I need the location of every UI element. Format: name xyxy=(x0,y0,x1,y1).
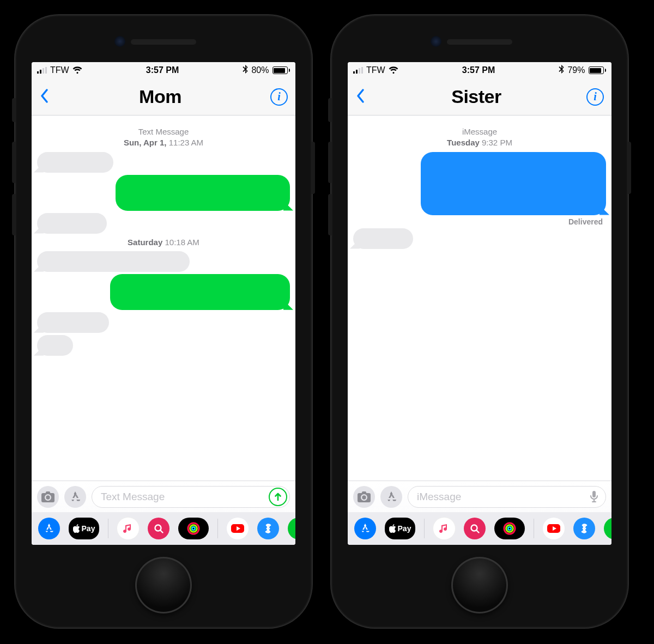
power-button[interactable] xyxy=(311,142,315,194)
message-bubble-received[interactable] xyxy=(353,228,413,249)
message-type-label: Text Message xyxy=(37,126,290,137)
date-bold: Saturday xyxy=(128,238,162,247)
power-button[interactable] xyxy=(627,142,631,194)
home-button[interactable] xyxy=(135,557,192,613)
more-apps-icon[interactable] xyxy=(288,518,295,539)
clock-label: 3:57 PM xyxy=(462,65,495,75)
send-button[interactable] xyxy=(269,488,287,506)
date-light: 9:32 PM xyxy=(482,138,512,147)
home-button[interactable] xyxy=(451,557,508,613)
clock-label: 3:57 PM xyxy=(146,65,179,75)
volume-up-button[interactable] xyxy=(12,142,16,183)
battery-icon xyxy=(589,66,607,74)
wifi-icon xyxy=(72,66,82,74)
proximity-sensor xyxy=(114,36,125,47)
status-bar: TFW 3:57 PM 80% xyxy=(32,62,295,78)
nav-header: Mom i xyxy=(32,78,295,116)
message-bubble-received[interactable] xyxy=(37,213,107,234)
date-bold: Tuesday xyxy=(447,138,480,147)
message-input-bar: iMessage xyxy=(348,481,611,512)
apple-pay-icon[interactable]: Pay xyxy=(385,518,415,539)
battery-percent-label: 79% xyxy=(567,65,585,75)
message-bubble-received[interactable] xyxy=(37,152,113,173)
proximity-sensor xyxy=(431,36,441,47)
more-apps-icon[interactable] xyxy=(604,518,611,539)
apple-pay-label: Pay xyxy=(82,524,95,533)
carrier-label: TFW xyxy=(366,65,385,75)
message-bubble-sent[interactable] xyxy=(110,274,290,310)
svg-point-8 xyxy=(506,525,513,532)
app-store-button[interactable] xyxy=(64,486,86,508)
activity-app-icon[interactable] xyxy=(178,518,209,539)
gif-search-app-icon[interactable] xyxy=(464,518,486,539)
volume-up-button[interactable] xyxy=(328,142,332,183)
timestamp-label: iMessage Tuesday 9:32 PM xyxy=(353,126,606,149)
dictation-button[interactable] xyxy=(585,488,603,506)
status-bar: TFW 3:57 PM 79% xyxy=(348,62,611,78)
shazam-app-icon[interactable] xyxy=(257,518,279,539)
date-bold: Sun, Apr 1, xyxy=(124,138,167,147)
message-bubble-sent[interactable] xyxy=(421,152,606,215)
volume-down-button[interactable] xyxy=(328,194,332,235)
back-button[interactable] xyxy=(39,88,50,106)
back-button[interactable] xyxy=(355,88,366,106)
mute-switch[interactable] xyxy=(12,98,16,122)
carrier-label: TFW xyxy=(50,65,69,75)
app-store-button[interactable] xyxy=(380,486,402,508)
message-input-bar: Text Message xyxy=(32,481,295,512)
conversation-title: Sister xyxy=(451,86,501,107)
apple-pay-icon[interactable]: Pay xyxy=(69,518,99,539)
svg-point-3 xyxy=(192,527,195,530)
imessage-app-store-icon[interactable] xyxy=(354,518,376,539)
shazam-app-icon[interactable] xyxy=(573,518,595,539)
signal-icon xyxy=(353,67,363,74)
date-light: 10:18 AM xyxy=(165,238,199,247)
svg-point-2 xyxy=(190,525,197,532)
imessage-app-drawer[interactable]: Pay xyxy=(32,512,295,545)
bluetooth-icon xyxy=(559,65,564,76)
drawer-divider xyxy=(217,519,218,538)
camera-button[interactable] xyxy=(37,486,59,508)
conversation-area[interactable]: Text Message Sun, Apr 1, 11:23 AM Saturd… xyxy=(32,116,295,481)
message-type-label: iMessage xyxy=(353,126,606,137)
battery-icon xyxy=(272,66,290,74)
earpiece-speaker xyxy=(447,39,512,45)
volume-down-button[interactable] xyxy=(12,194,16,235)
nav-header: Sister i xyxy=(348,78,611,116)
drawer-divider xyxy=(424,519,425,538)
message-placeholder: iMessage xyxy=(417,491,461,503)
info-glyph: i xyxy=(277,90,281,103)
timestamp-label: Saturday 10:18 AM xyxy=(37,237,290,248)
gif-search-app-icon[interactable] xyxy=(148,518,169,539)
wifi-icon xyxy=(389,66,398,74)
music-app-icon[interactable] xyxy=(433,518,455,539)
delivered-label: Delivered xyxy=(353,217,606,226)
music-app-icon[interactable] xyxy=(117,518,139,539)
iphone-device: TFW 3:57 PM 79% Sister i xyxy=(332,16,627,627)
mute-switch[interactable] xyxy=(328,98,332,122)
message-text-field[interactable]: Text Message xyxy=(92,486,290,508)
message-bubble-received[interactable] xyxy=(37,335,73,356)
message-text-field[interactable]: iMessage xyxy=(408,486,606,508)
timestamp-label: Text Message Sun, Apr 1, 11:23 AM xyxy=(37,126,290,149)
screen: TFW 3:57 PM 79% Sister i xyxy=(348,62,611,545)
youtube-app-icon[interactable] xyxy=(543,518,565,539)
camera-button[interactable] xyxy=(353,486,375,508)
imessage-app-store-icon[interactable] xyxy=(38,518,60,539)
svg-point-9 xyxy=(508,527,511,530)
message-placeholder: Text Message xyxy=(101,491,165,503)
earpiece-speaker xyxy=(131,39,196,45)
activity-app-icon[interactable] xyxy=(494,518,525,539)
conversation-area[interactable]: iMessage Tuesday 9:32 PM Delivered xyxy=(348,116,611,481)
info-button[interactable]: i xyxy=(270,88,288,106)
youtube-app-icon[interactable] xyxy=(227,518,249,539)
message-bubble-sent[interactable] xyxy=(116,175,290,211)
apple-pay-label: Pay xyxy=(398,524,411,533)
conversation-title: Mom xyxy=(139,86,181,107)
message-bubble-received[interactable] xyxy=(37,312,109,333)
battery-percent-label: 80% xyxy=(251,65,269,75)
imessage-app-drawer[interactable]: Pay xyxy=(348,512,611,545)
message-bubble-received[interactable] xyxy=(37,251,190,272)
screen: TFW 3:57 PM 80% Mom i xyxy=(32,62,295,545)
info-button[interactable]: i xyxy=(586,88,604,106)
